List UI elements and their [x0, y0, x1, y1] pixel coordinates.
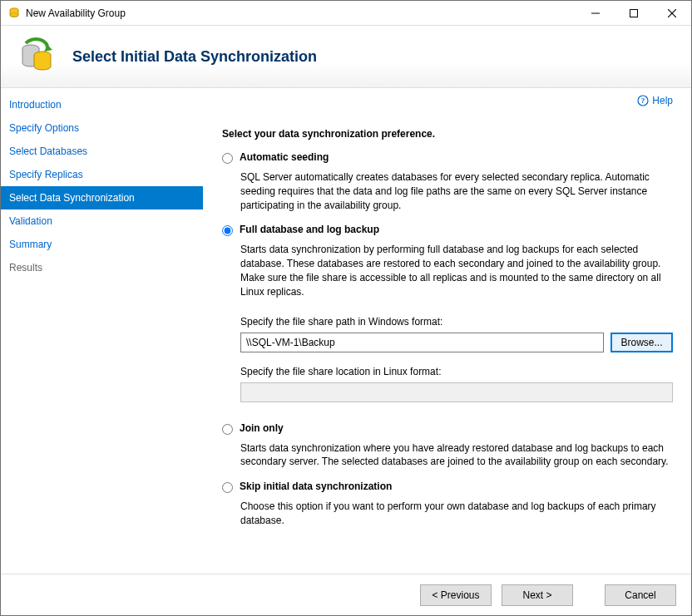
radio-full-backup[interactable] [222, 225, 233, 236]
radio-skip-sync[interactable] [222, 482, 233, 493]
svg-text:?: ? [641, 96, 645, 105]
linux-path-label: Specify the file share location in Linux… [240, 366, 673, 377]
database-sync-icon [17, 37, 57, 76]
svg-rect-3 [630, 9, 638, 17]
windows-path-row: Browse... [240, 333, 673, 352]
sidebar-item-select-databases[interactable]: Select Databases [1, 140, 203, 163]
cancel-button[interactable]: Cancel [605, 584, 676, 606]
svg-marker-8 [44, 45, 52, 52]
sidebar-item-results: Results [1, 256, 203, 279]
sidebar-item-specify-options[interactable]: Specify Options [1, 116, 203, 140]
option-join-only[interactable]: Join only [222, 422, 673, 435]
wizard-main-pane: ? Help Select your data synchronization … [204, 88, 691, 574]
window-controls [576, 1, 691, 25]
sidebar-item-introduction[interactable]: Introduction [1, 93, 203, 116]
minimize-button[interactable] [576, 1, 615, 25]
next-button[interactable]: Next > [502, 584, 573, 606]
option-join-only-title: Join only [240, 422, 284, 434]
window-title: New Availability Group [26, 7, 576, 19]
app-icon [7, 7, 21, 20]
previous-button[interactable]: < Previous [420, 584, 492, 606]
help-icon: ? [637, 95, 649, 106]
option-full-backup[interactable]: Full database and log backup [222, 224, 673, 236]
page-title: Select Initial Data Synchronization [72, 48, 317, 66]
option-join-only-desc: Starts data synchronization where you ha… [240, 441, 673, 470]
wizard-window: New Availability Group Select [0, 0, 692, 616]
sidebar-item-specify-replicas[interactable]: Specify Replicas [1, 163, 203, 186]
wizard-steps-sidebar: Introduction Specify Options Select Data… [1, 88, 204, 574]
option-skip-sync-title: Skip initial data synchronization [240, 480, 392, 492]
radio-join-only[interactable] [222, 424, 233, 435]
windows-path-input[interactable] [240, 333, 604, 352]
option-full-backup-title: Full database and log backup [240, 224, 379, 235]
sidebar-item-select-data-sync[interactable]: Select Data Synchronization [1, 186, 203, 209]
option-skip-sync[interactable]: Skip initial data synchronization [222, 480, 673, 493]
close-button[interactable] [653, 1, 691, 25]
section-intro: Select your data synchronization prefere… [222, 128, 673, 140]
wizard-body: Introduction Specify Options Select Data… [1, 88, 691, 574]
help-label: Help [652, 95, 673, 106]
help-link[interactable]: ? Help [637, 95, 673, 106]
windows-path-label: Specify the file share path in Windows f… [240, 316, 673, 328]
wizard-footer: < Previous Next > Cancel [1, 574, 691, 615]
option-automatic-seeding-title: Automatic seeding [240, 151, 329, 163]
linux-path-row [240, 382, 673, 402]
sidebar-item-validation[interactable]: Validation [1, 209, 203, 233]
option-skip-sync-desc: Choose this option if you want to perfor… [240, 500, 673, 528]
browse-button[interactable]: Browse... [610, 333, 673, 352]
wizard-header: Select Initial Data Synchronization [1, 26, 691, 88]
sidebar-item-summary[interactable]: Summary [1, 233, 203, 256]
radio-automatic-seeding[interactable] [222, 153, 233, 164]
maximize-button[interactable] [615, 1, 653, 25]
option-automatic-seeding[interactable]: Automatic seeding [222, 151, 673, 164]
titlebar: New Availability Group [1, 1, 691, 26]
linux-path-input [240, 382, 673, 402]
option-full-backup-desc: Starts data synchronization by performin… [240, 243, 673, 298]
option-automatic-seeding-desc: SQL Server automatically creates databas… [240, 170, 673, 212]
